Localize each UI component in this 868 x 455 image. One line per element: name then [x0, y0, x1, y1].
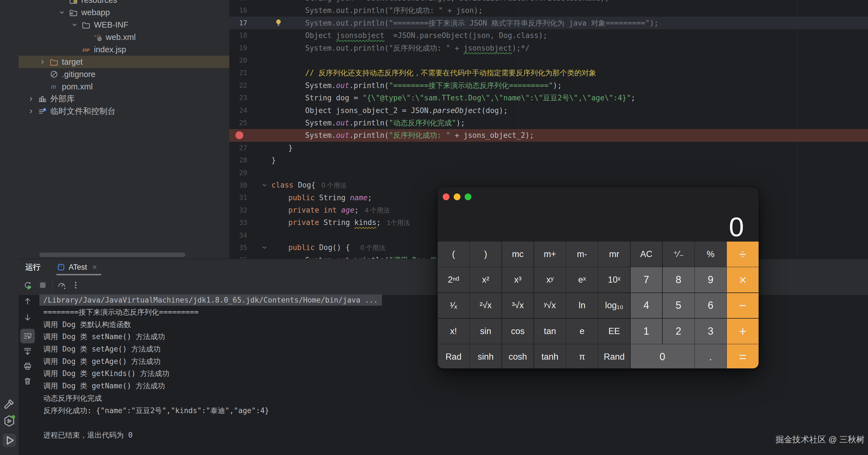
calc-key-9[interactable]: 9 [695, 267, 726, 292]
horizontal-scrollbar[interactable] [39, 253, 185, 257]
services-run-icon[interactable] [3, 414, 16, 428]
calc-key-10[interactable]: 10ˣ [598, 267, 630, 292]
code-line-23: 23String dog = "{\"@type\":\"sam.TTest.D… [229, 92, 868, 104]
calc-key-item[interactable]: π [566, 344, 598, 368]
console-line: ========接下来演示动态反序列化========= [43, 306, 382, 319]
fold-chevron-icon[interactable] [261, 182, 268, 189]
close-traffic-light[interactable] [443, 193, 450, 200]
calc-key-2[interactable]: 2 [663, 319, 694, 344]
calc-key-ee[interactable]: EE [598, 319, 630, 344]
usages-inlay-hint[interactable]: 0 个用法 [361, 244, 385, 251]
calc-key-8[interactable]: 8 [663, 267, 694, 292]
calc-key-item[interactable]: × [727, 267, 758, 292]
soft-wrap-icon[interactable] [23, 331, 32, 340]
zoom-traffic-light[interactable] [465, 193, 471, 200]
calc-key-0[interactable]: 0 [630, 344, 694, 368]
code-segment: "调用 Dog 类 [389, 256, 437, 259]
run-play-icon[interactable] [3, 434, 16, 447]
calc-key-sin[interactable]: sin [470, 319, 501, 344]
calculator-window[interactable]: 0 ()mcm+m-mrAC⁺⁄₋%÷2ⁿᵈx²x³xʸeˣ10ˣ789×¹⁄ₓ… [438, 187, 758, 368]
arrow-up-icon[interactable] [23, 297, 32, 306]
scroll-to-end-icon[interactable] [23, 347, 32, 356]
calc-key-4[interactable]: 4 [630, 293, 662, 318]
calc-key-ac[interactable]: AC [630, 241, 662, 267]
clear-console-icon[interactable] [23, 377, 32, 386]
calc-key-tanh[interactable]: tanh [534, 344, 566, 368]
more-options-icon[interactable] [71, 281, 80, 290]
close-icon[interactable]: × [92, 262, 97, 272]
tree-item-gitignore[interactable]: .gitignore [19, 68, 229, 80]
tree-item-web-inf[interactable]: WEB-INF [19, 19, 229, 31]
usages-inlay-hint[interactable]: 0 个用法 [322, 182, 346, 189]
watermark: 掘金技术社区 @ 三秋树 [775, 434, 865, 446]
chevron-right-icon[interactable] [27, 95, 35, 103]
calc-key-item[interactable]: % [695, 241, 726, 267]
calc-key-item[interactable]: ⁺⁄₋ [663, 241, 694, 267]
tree-item-pom-xml[interactable]: mpom.xml [19, 80, 229, 93]
usages-inlay-hint[interactable]: 1个用法 [387, 219, 410, 226]
calc-key-x[interactable]: ʸ√x [534, 293, 566, 318]
stop-icon[interactable] [38, 281, 47, 290]
calc-key-rad[interactable]: Rad [438, 344, 469, 368]
calc-key-x[interactable]: x! [438, 319, 469, 344]
arrow-down-icon[interactable] [23, 313, 32, 322]
calc-key-2[interactable]: 2ⁿᵈ [438, 267, 469, 292]
calc-key-mc[interactable]: mc [502, 241, 534, 267]
chevron-down-icon[interactable] [71, 21, 78, 28]
code-segment: .println( [349, 131, 389, 139]
tree-item-resources[interactable]: resources [19, 0, 229, 6]
calc-key-m[interactable]: m- [566, 241, 598, 267]
calc-key-item[interactable]: ÷ [727, 241, 758, 267]
calc-key-5[interactable]: 5 [663, 293, 694, 318]
calc-key-item[interactable]: . [695, 344, 726, 368]
tree-item-webapp[interactable]: webapp [19, 6, 229, 19]
calc-key-6[interactable]: 6 [695, 293, 726, 318]
chevron-down-icon[interactable] [58, 9, 65, 16]
fold-chevron-icon[interactable] [261, 244, 268, 251]
calc-key-e[interactable]: eˣ [566, 267, 598, 292]
calc-key-cos[interactable]: cos [502, 319, 534, 344]
calc-key-log[interactable]: log₁₀ [598, 293, 630, 318]
calc-key-x[interactable]: x² [470, 267, 501, 292]
calc-key-cosh[interactable]: cosh [502, 344, 534, 368]
calculator-value: 0 [729, 214, 744, 240]
calc-key-m[interactable]: m+ [534, 241, 566, 267]
usages-inlay-hint[interactable]: 4 个用法 [365, 207, 390, 214]
calc-key-rand[interactable]: Rand [598, 344, 630, 368]
calc-key-item[interactable]: ) [470, 241, 501, 267]
calc-key-item[interactable]: ¹⁄ₓ [438, 293, 469, 318]
calc-key-item[interactable]: − [727, 293, 758, 318]
minimize-traffic-light[interactable] [454, 193, 460, 200]
calc-key-7[interactable]: 7 [630, 267, 662, 292]
calc-key-x[interactable]: x³ [502, 267, 534, 292]
build-hammer-icon[interactable] [3, 397, 16, 410]
tab-atest[interactable]: ATest × [52, 259, 101, 275]
tree-item-index-jsp[interactable]: JSPindex.jsp [19, 43, 229, 56]
calc-key-tan[interactable]: tan [534, 319, 566, 344]
calc-key-x[interactable]: ²√x [470, 293, 501, 318]
calc-key-x[interactable]: xʸ [534, 267, 566, 292]
calc-key-x[interactable]: ³√x [502, 293, 534, 318]
calc-key-3[interactable]: 3 [695, 319, 726, 344]
calc-key-item[interactable]: ( [438, 241, 469, 267]
profiler-gauge-icon[interactable] [57, 281, 66, 290]
print-icon[interactable] [23, 362, 32, 371]
tree-item-target[interactable]: target [19, 56, 229, 68]
console-line-text: 调用 Dog 类 getName() 方法成功 [43, 381, 165, 391]
intention-bulb-icon[interactable] [274, 19, 283, 27]
chevron-right-icon[interactable] [27, 108, 35, 115]
tree-item-web-xml[interactable]: </>web.xml [19, 31, 229, 43]
calc-key-mr[interactable]: mr [598, 241, 630, 267]
tree-item-临时文件和控制台[interactable]: 临时文件和控制台 [19, 105, 229, 118]
calc-key-e[interactable]: e [566, 319, 598, 344]
calc-key-item[interactable]: + [727, 319, 758, 344]
breakpoint-icon[interactable] [236, 131, 243, 139]
calc-key-item[interactable]: = [727, 344, 758, 368]
code-text: } [272, 156, 276, 164]
tree-item-外部库[interactable]: 外部库 [19, 93, 229, 105]
rerun-icon[interactable] [23, 281, 32, 290]
calc-key-sinh[interactable]: sinh [470, 344, 501, 368]
chevron-right-icon[interactable] [39, 58, 46, 66]
calc-key-1[interactable]: 1 [630, 319, 662, 344]
calc-key-ln[interactable]: ln [566, 293, 598, 318]
